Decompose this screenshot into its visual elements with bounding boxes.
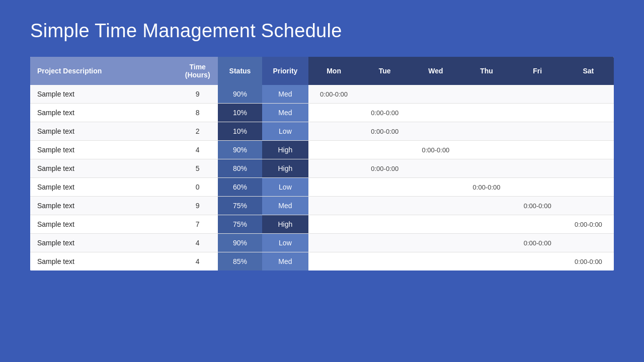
cell-mon	[308, 159, 359, 178]
header-time: Time (Hours)	[177, 57, 218, 85]
cell-priority: High	[262, 159, 308, 178]
schedule-table-wrapper: Project Description Time (Hours) Status …	[30, 57, 614, 270]
header-fri: Fri	[512, 57, 563, 85]
cell-wed	[410, 104, 461, 122]
cell-fri	[512, 178, 563, 197]
cell-thu	[461, 252, 512, 271]
cell-thu	[461, 159, 512, 178]
cell-mon	[308, 234, 359, 252]
cell-fri	[512, 215, 563, 234]
header-sat: Sat	[563, 57, 614, 85]
cell-sat	[563, 141, 614, 159]
cell-thu	[461, 234, 512, 252]
cell-thu: 0:00-0:00	[461, 178, 512, 197]
schedule-table: Project Description Time (Hours) Status …	[30, 57, 614, 270]
header-priority: Priority	[262, 57, 308, 85]
cell-status: 90%	[218, 141, 262, 159]
cell-fri	[512, 159, 563, 178]
cell-wed	[410, 178, 461, 197]
cell-time: 7	[177, 215, 218, 234]
cell-time: 9	[177, 197, 218, 215]
cell-status: 85%	[218, 252, 262, 271]
cell-wed	[410, 159, 461, 178]
cell-time: 5	[177, 159, 218, 178]
cell-priority: High	[262, 141, 308, 159]
cell-mon	[308, 252, 359, 271]
cell-fri	[512, 104, 563, 122]
cell-sat	[563, 104, 614, 122]
cell-wed	[410, 234, 461, 252]
cell-time: 4	[177, 234, 218, 252]
table-row: Sample text 7 75% High 0:00-0:00	[30, 215, 614, 234]
header-status: Status	[218, 57, 262, 85]
cell-status: 80%	[218, 159, 262, 178]
cell-fri	[512, 141, 563, 159]
cell-tue: 0:00-0:00	[359, 104, 410, 122]
cell-time: 2	[177, 122, 218, 141]
cell-status: 90%	[218, 234, 262, 252]
page-title: Simple Time Management Schedule	[30, 20, 614, 42]
cell-status: 60%	[218, 178, 262, 197]
cell-thu	[461, 215, 512, 234]
cell-wed: 0:00-0:00	[410, 141, 461, 159]
cell-description: Sample text	[30, 197, 177, 215]
cell-tue	[359, 197, 410, 215]
cell-status: 10%	[218, 122, 262, 141]
cell-time: 4	[177, 141, 218, 159]
cell-fri	[512, 85, 563, 104]
cell-sat: 0:00-0:00	[563, 252, 614, 271]
cell-wed	[410, 252, 461, 271]
cell-thu	[461, 197, 512, 215]
table-row: Sample text 0 60% Low 0:00-0:00	[30, 178, 614, 197]
cell-tue: 0:00-0:00	[359, 159, 410, 178]
cell-sat	[563, 178, 614, 197]
cell-fri	[512, 122, 563, 141]
cell-time: 8	[177, 104, 218, 122]
cell-tue	[359, 234, 410, 252]
cell-tue	[359, 141, 410, 159]
table-row: Sample text 5 80% High 0:00-0:00	[30, 159, 614, 178]
cell-mon	[308, 122, 359, 141]
cell-mon	[308, 178, 359, 197]
table-header-row: Project Description Time (Hours) Status …	[30, 57, 614, 85]
cell-wed	[410, 197, 461, 215]
cell-time: 4	[177, 252, 218, 271]
cell-description: Sample text	[30, 252, 177, 271]
cell-sat: 0:00-0:00	[563, 215, 614, 234]
cell-sat	[563, 234, 614, 252]
cell-thu	[461, 85, 512, 104]
cell-priority: Med	[262, 197, 308, 215]
cell-sat	[563, 197, 614, 215]
cell-tue	[359, 178, 410, 197]
cell-wed	[410, 85, 461, 104]
header-wed: Wed	[410, 57, 461, 85]
cell-status: 90%	[218, 85, 262, 104]
cell-description: Sample text	[30, 215, 177, 234]
cell-description: Sample text	[30, 234, 177, 252]
cell-sat	[563, 85, 614, 104]
table-row: Sample text 4 85% Med 0:00-0:00	[30, 252, 614, 271]
cell-status: 75%	[218, 197, 262, 215]
cell-description: Sample text	[30, 85, 177, 104]
cell-description: Sample text	[30, 141, 177, 159]
cell-tue: 0:00-0:00	[359, 122, 410, 141]
table-body: Sample text 9 90% Med 0:00-0:00 Sample t…	[30, 85, 614, 270]
cell-wed	[410, 215, 461, 234]
cell-thu	[461, 104, 512, 122]
header-tue: Tue	[359, 57, 410, 85]
cell-priority: Low	[262, 122, 308, 141]
cell-fri: 0:00-0:00	[512, 197, 563, 215]
cell-status: 10%	[218, 104, 262, 122]
header-description: Project Description	[30, 57, 177, 85]
cell-priority: Med	[262, 104, 308, 122]
cell-sat	[563, 122, 614, 141]
table-row: Sample text 4 90% Low 0:00-0:00	[30, 234, 614, 252]
cell-description: Sample text	[30, 178, 177, 197]
cell-description: Sample text	[30, 104, 177, 122]
table-row: Sample text 9 90% Med 0:00-0:00	[30, 85, 614, 104]
cell-description: Sample text	[30, 159, 177, 178]
cell-mon: 0:00-0:00	[308, 85, 359, 104]
cell-thu	[461, 141, 512, 159]
cell-mon	[308, 141, 359, 159]
cell-priority: High	[262, 215, 308, 234]
